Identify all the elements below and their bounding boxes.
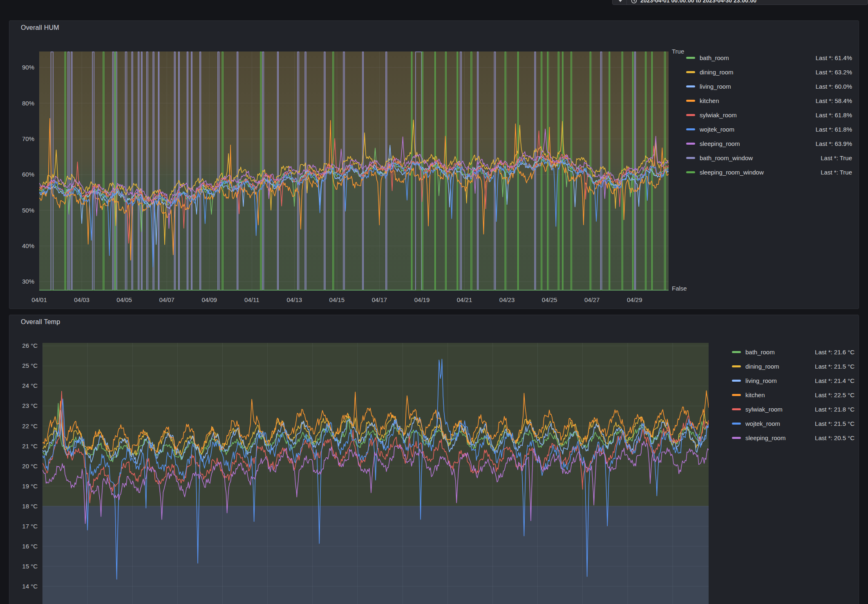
y-axis-label: 16 °C xyxy=(9,543,38,550)
y-axis-label: 15 °C xyxy=(9,563,38,570)
x-axis-label: 04/23 xyxy=(499,296,515,304)
series-color-marker xyxy=(732,423,741,425)
y-axis-label: 60% xyxy=(9,171,34,178)
series-color-marker xyxy=(732,380,741,382)
legend-item-wojtek_room[interactable]: wojtek_roomLast *: 61.8% xyxy=(686,125,852,133)
x-axis-label: 04/15 xyxy=(329,296,345,304)
series-line-wojtek_room xyxy=(39,158,669,267)
y-axis-label: 70% xyxy=(9,135,34,143)
right-axis-false-label: False xyxy=(672,285,687,292)
y-axis-label: 17 °C xyxy=(9,523,38,530)
series-last-value: Last *: 21.5 °C xyxy=(815,420,855,427)
series-color-marker xyxy=(732,408,741,410)
y-axis-label: 90% xyxy=(9,64,34,71)
series-color-marker xyxy=(732,351,741,353)
series-color-marker xyxy=(686,57,695,59)
temp-chart-plot-area[interactable] xyxy=(43,343,709,604)
series-name: wojtek_room xyxy=(745,420,780,427)
legend-item-bath_room[interactable]: bath_roomLast *: 21.6 °C xyxy=(732,348,855,356)
series-name: sleeping_room xyxy=(745,434,785,441)
x-axis-label: 04/19 xyxy=(414,296,430,304)
clock-icon xyxy=(631,0,637,4)
series-color-marker xyxy=(686,171,695,173)
y-axis-label: 23 °C xyxy=(9,402,38,409)
series-last-value: Last *: 21.6 °C xyxy=(815,349,855,356)
series-last-value: Last *: 63.2% xyxy=(816,69,852,76)
panel-overall-temp: Overall Temp bath_roomLast *: 21.6 °Cdin… xyxy=(9,315,859,604)
legend-item-living_room[interactable]: living_roomLast *: 60.0% xyxy=(686,82,852,90)
legend-item-bath_room_window[interactable]: bath_room_windowLast *: True xyxy=(686,154,852,162)
series-line-living_room xyxy=(39,145,669,244)
legend-item-sleeping_room[interactable]: sleeping_roomLast *: 63.9% xyxy=(686,139,852,148)
x-axis-label: 04/05 xyxy=(116,296,132,304)
right-axis-true-label: True xyxy=(672,48,684,55)
series-name: bath_room xyxy=(745,349,775,356)
legend-item-bath_room[interactable]: bath_roomLast *: 61.4% xyxy=(686,54,852,62)
legend-item-sleeping_room[interactable]: sleeping_roomLast *: 20.5 °C xyxy=(732,434,855,442)
legend-item-dining_room[interactable]: dining_roomLast *: 21.5 °C xyxy=(732,362,855,370)
y-axis-label: 26 °C xyxy=(9,342,38,349)
y-axis-label: 50% xyxy=(9,207,34,214)
y-axis-label: 20 °C xyxy=(9,463,38,470)
series-color-marker xyxy=(732,437,741,439)
y-axis-label: 24 °C xyxy=(9,382,38,389)
y-axis-label: 25 °C xyxy=(9,362,38,369)
series-last-value: Last *: 20.5 °C xyxy=(815,434,855,441)
series-name: kitchen xyxy=(700,97,719,104)
series-line-dining_room xyxy=(39,120,669,245)
series-last-value: Last *: 21.4 °C xyxy=(815,377,855,384)
legend-item-kitchen[interactable]: kitchenLast *: 22.5 °C xyxy=(732,391,855,399)
time-range-text: 2023-04-01 00:00:00 to 2023-04-30 23:00:… xyxy=(640,0,756,4)
legend-item-sylwiak_room[interactable]: sylwiak_roomLast *: 61.8% xyxy=(686,111,852,119)
panel-title-hum[interactable]: Overall HUM xyxy=(21,24,59,31)
x-axis-label: 04/25 xyxy=(542,296,557,304)
legend-item-kitchen[interactable]: kitchenLast *: 58.4% xyxy=(686,96,852,105)
y-axis-label: 22 °C xyxy=(9,423,38,430)
series-name: sleeping_room xyxy=(700,140,740,147)
series-color-marker xyxy=(686,85,695,87)
series-name: sylwiak_room xyxy=(745,406,783,413)
legend-item-dining_room[interactable]: dining_roomLast *: 63.2% xyxy=(686,68,852,76)
series-last-value: Last *: 21.5 °C xyxy=(815,363,855,370)
hum-legend: bath_roomLast *: 61.4%dining_roomLast *:… xyxy=(686,54,852,182)
hum-chart-plot-area[interactable] xyxy=(39,51,669,291)
legend-item-living_room[interactable]: living_roomLast *: 21.4 °C xyxy=(732,376,855,385)
series-color-marker xyxy=(732,365,741,367)
time-range-button[interactable]: 2023-04-01 00:00:00 to 2023-04-30 23:00:… xyxy=(631,0,756,4)
x-axis-label: 04/01 xyxy=(31,296,47,304)
series-name: living_room xyxy=(700,83,731,90)
series-color-marker xyxy=(686,114,695,116)
legend-item-sleeping_room_window[interactable]: sleeping_room_windowLast *: True xyxy=(686,168,852,176)
panel-title-temp[interactable]: Overall Temp xyxy=(21,318,60,326)
y-axis-label: 40% xyxy=(9,242,34,250)
x-axis-label: 04/27 xyxy=(584,296,600,304)
series-name: sylwiak_room xyxy=(700,112,737,119)
y-axis-label: 18 °C xyxy=(9,503,38,510)
y-axis-label: 19 °C xyxy=(9,483,38,490)
x-axis-label: 04/21 xyxy=(457,296,472,304)
panel-overall-hum: Overall HUM True False bath_roomLast *: … xyxy=(9,20,859,309)
series-name: bath_room_window xyxy=(700,154,753,161)
series-last-value: Last *: True xyxy=(821,169,852,176)
series-last-value: Last *: 58.4% xyxy=(816,97,852,104)
series-line-sleeping_room xyxy=(39,129,669,229)
series-last-value: Last *: 61.8% xyxy=(816,112,852,119)
legend-item-wojtek_room[interactable]: wojtek_roomLast *: 21.5 °C xyxy=(732,419,855,427)
series-name: dining_room xyxy=(745,363,779,370)
toolbar-divider xyxy=(626,0,627,5)
y-axis-label: 80% xyxy=(9,100,34,107)
series-name: wojtek_room xyxy=(700,126,734,133)
y-axis-label: 14 °C xyxy=(9,583,38,590)
x-axis-label: 04/29 xyxy=(627,296,642,304)
legend-item-sylwiak_room[interactable]: sylwiak_roomLast *: 21.8 °C xyxy=(732,405,855,413)
series-name: living_room xyxy=(745,377,777,384)
time-range-toolbar: 2023-04-01 00:00:00 to 2023-04-30 23:00:… xyxy=(612,0,868,5)
series-last-value: Last *: 63.9% xyxy=(816,140,852,147)
x-axis-label: 04/11 xyxy=(244,296,259,304)
x-axis-label: 04/03 xyxy=(74,296,89,304)
x-axis-label: 04/13 xyxy=(287,296,302,304)
x-axis-label: 04/17 xyxy=(372,296,387,304)
y-axis-label: 21 °C xyxy=(9,443,38,450)
series-name: bath_room xyxy=(700,54,729,61)
chevron-down-icon[interactable] xyxy=(618,0,622,2)
